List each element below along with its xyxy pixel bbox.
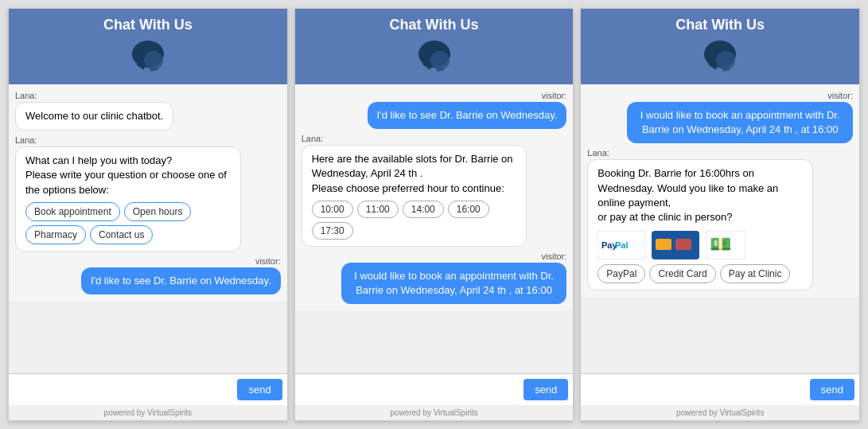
chat-input-area-3: send bbox=[581, 373, 859, 405]
msg-block-payment: Lana: Booking Dr. Barrie for 16:00hrs on… bbox=[587, 148, 853, 291]
chat-input-area-2: send bbox=[295, 373, 574, 405]
option-book-appointment[interactable]: Book appointment bbox=[25, 202, 120, 221]
msg-bubble-payment: Booking Dr. Barrie for 16:00hrs on Wedne… bbox=[587, 159, 813, 291]
msg-bubble-lana: Welcome to our clinic chatbot. bbox=[15, 102, 173, 131]
msg-bubble-visitor-4: I would like to book an appointment with… bbox=[627, 102, 853, 143]
option-open-hours[interactable]: Open hours bbox=[124, 202, 192, 221]
chat-container: Chat With Us Lana: Welcome to our clinic… bbox=[0, 0, 868, 429]
sender-label: Lana: bbox=[15, 135, 37, 145]
svg-text:💵: 💵 bbox=[710, 233, 732, 255]
payment-icons: Pay Pal 💵 bbox=[597, 231, 803, 259]
sender-label-v2: visitor: bbox=[542, 91, 567, 100]
msg-bubble-visitor-2: I'd like to see Dr. Barrie on Wednesday. bbox=[368, 102, 567, 129]
chat-icon-1 bbox=[128, 37, 168, 76]
time-11[interactable]: 11:00 bbox=[357, 201, 399, 218]
chat-input-area-1: send bbox=[9, 373, 287, 405]
payment-options-row: PayPal Credit Card Pay at Clinic bbox=[597, 264, 803, 283]
cash-icon: 💵 bbox=[706, 231, 745, 259]
option-pharmacy[interactable]: Pharmacy bbox=[25, 225, 86, 244]
option-contact-us[interactable]: Contact us bbox=[90, 225, 153, 244]
sender-label-v4: visitor: bbox=[827, 91, 853, 100]
options-row: Book appointment Open hours Pharmacy Con… bbox=[25, 202, 231, 244]
messages-area-2: visitor: I'd like to see Dr. Barrie on W… bbox=[295, 84, 574, 373]
msg-bubble-lana-2: What can I help you with today? Please w… bbox=[15, 146, 241, 252]
msg-block-visitor-2: visitor: I'd like to see Dr. Barrie on W… bbox=[302, 91, 567, 129]
chat-header-2: Chat With Us bbox=[295, 9, 574, 84]
chat-icon-3 bbox=[700, 37, 740, 76]
svg-rect-16 bbox=[656, 239, 671, 250]
pay-at-clinic-button[interactable]: Pay at Clinic bbox=[720, 264, 791, 283]
chat-header-1: Chat With Us bbox=[9, 9, 287, 84]
messages-area-3: visitor: I would like to book an appoint… bbox=[581, 84, 859, 373]
paypal-button[interactable]: PayPal bbox=[597, 264, 645, 283]
msg-block-visitor: visitor: I'd like to see Dr. Barrie on W… bbox=[15, 256, 281, 294]
msg-bubble-visitor-3: I would like to book an appointment with… bbox=[341, 263, 567, 304]
time-10[interactable]: 10:00 bbox=[312, 201, 353, 218]
sender-label-v3: visitor: bbox=[542, 252, 567, 261]
time-options-row: 10:00 11:00 14:00 16:00 17:30 bbox=[312, 201, 517, 240]
chat-widget-3: Chat With Us visitor: I would like to bo… bbox=[580, 8, 860, 421]
chat-input-2[interactable] bbox=[300, 379, 519, 400]
chat-icon-2 bbox=[415, 37, 454, 76]
svg-text:Pal: Pal bbox=[615, 240, 629, 250]
msg-bubble-visitor: I'd like to see Dr. Barrie on Wednesday. bbox=[81, 267, 281, 294]
msg-bubble-slots: Here are the available slots for Dr. Bar… bbox=[302, 145, 527, 247]
credit-card-icon bbox=[652, 231, 699, 259]
chat-title-2: Chat With Us bbox=[390, 17, 479, 33]
msg-block: Lana: Welcome to our clinic chatbot. bbox=[15, 91, 281, 131]
messages-list-3: visitor: I would like to book an appoint… bbox=[581, 84, 859, 297]
chat-header-3: Chat With Us bbox=[581, 9, 859, 84]
chat-title-1: Chat With Us bbox=[103, 17, 193, 33]
send-button-1[interactable]: send bbox=[237, 379, 282, 400]
msg-block-slots: Lana: Here are the available slots for D… bbox=[302, 134, 567, 247]
msg-block-visitor-4: visitor: I would like to book an appoint… bbox=[587, 91, 853, 143]
chat-input-1[interactable] bbox=[14, 379, 232, 400]
send-button-2[interactable]: send bbox=[524, 379, 568, 400]
time-14[interactable]: 14:00 bbox=[403, 201, 444, 218]
credit-card-button[interactable]: Credit Card bbox=[649, 264, 715, 283]
chat-widget-2: Chat With Us visitor: I'd like to see Dr… bbox=[294, 8, 574, 421]
messages-list-2: visitor: I'd like to see Dr. Barrie on W… bbox=[295, 84, 574, 310]
sender-label-visitor: visitor: bbox=[255, 256, 281, 266]
messages-area-1: Lana: Welcome to our clinic chatbot. Lan… bbox=[9, 84, 287, 373]
sender-label: Lana: bbox=[15, 91, 37, 100]
send-button-3[interactable]: send bbox=[810, 379, 854, 400]
chat-footer-3: powered by VirtualSpirits bbox=[581, 405, 859, 420]
chat-footer-2: powered by VirtualSpirits bbox=[295, 405, 574, 420]
messages-list-1: Lana: Welcome to our clinic chatbot. Lan… bbox=[9, 84, 287, 301]
chat-footer-1: powered by VirtualSpirits bbox=[9, 405, 287, 420]
msg-block-visitor-3: visitor: I would like to book an appoint… bbox=[302, 252, 567, 304]
sender-label-l2: Lana: bbox=[302, 134, 324, 143]
chat-input-3[interactable] bbox=[586, 379, 804, 400]
time-1730[interactable]: 17:30 bbox=[312, 222, 353, 240]
svg-rect-17 bbox=[675, 239, 691, 250]
paypal-icon: Pay Pal bbox=[597, 231, 645, 259]
chat-title-3: Chat With Us bbox=[675, 17, 765, 33]
time-16[interactable]: 16:00 bbox=[448, 201, 489, 218]
sender-label-l3: Lana: bbox=[587, 148, 609, 158]
chat-widget-1: Chat With Us Lana: Welcome to our clinic… bbox=[8, 8, 288, 421]
msg-block-options: Lana: What can I help you with today? Pl… bbox=[15, 135, 281, 252]
